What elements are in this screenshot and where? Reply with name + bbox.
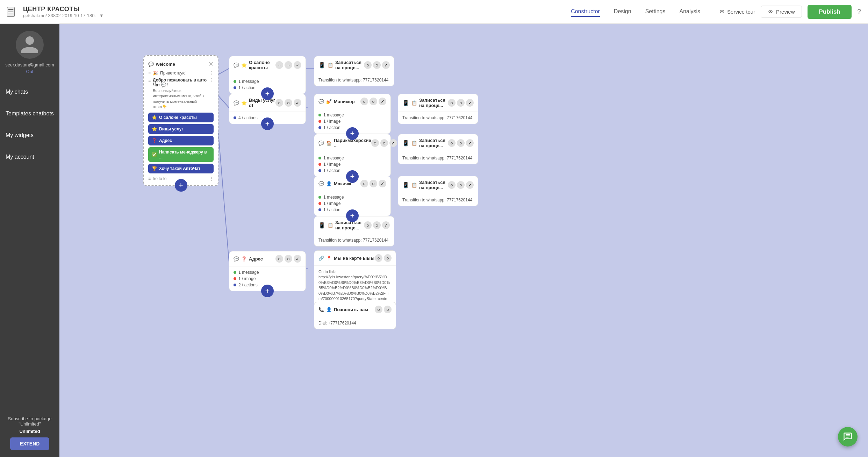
nav-design[interactable]: Design (614, 7, 631, 17)
vu-ctrl-1[interactable]: ○ (275, 99, 283, 107)
wa-man-c3[interactable]: ✓ (466, 99, 474, 107)
dot-g3 (318, 196, 321, 199)
btn-vidy-uslug[interactable]: ⭐ Виды услуг (148, 124, 214, 134)
wa-man-c1[interactable]: ○ (448, 99, 455, 107)
karte-ctrl-2[interactable]: ○ (384, 254, 392, 262)
preview-button[interactable]: 👁 Preview (761, 6, 802, 18)
wa-ctrl-3[interactable]: ✓ (382, 61, 390, 69)
wa-stand-c2[interactable]: ○ (373, 221, 381, 229)
doc-icon-mak: 📋 (411, 183, 417, 188)
dot-r-adr (234, 277, 236, 280)
par-ctrl-1[interactable]: ○ (371, 139, 379, 147)
sidebar: seer.dastan@gmail.com Out My chats Templ… (0, 24, 59, 457)
adr-ctrl-3[interactable]: ✓ (294, 255, 301, 263)
fab-chat-button[interactable] (838, 427, 858, 447)
brand-sub: getchat.me/ 33802-2019-10-17-180: ▼ (23, 13, 104, 18)
poz-ctrl-1[interactable]: ○ (375, 306, 382, 313)
btn-napisat[interactable]: ✅ Написать менеджеру в ... (148, 147, 214, 162)
chat-icon-man: 💬 (318, 99, 324, 104)
nav-constructor[interactable]: Constructor (571, 7, 600, 17)
help-icon[interactable]: ? (857, 8, 861, 16)
vu-ctrl-2[interactable]: ○ (285, 99, 292, 107)
poz-content: Dial: +77717620144 (314, 317, 396, 329)
house-icon: 🏠 (326, 141, 332, 146)
nail-icon: 💅 (326, 99, 332, 104)
extend-button[interactable]: EXTEND (10, 437, 50, 450)
adr-ctrl-2[interactable]: ○ (285, 255, 292, 263)
brand-name: ЦЕНТР КРАСОТЫ (23, 6, 104, 13)
dots-menu-icon-2[interactable]: ⋮ (209, 78, 214, 83)
service-tour-button[interactable]: ✉ Service tour (720, 9, 755, 15)
wa-mak-controls: ○ ○ ✓ (448, 181, 474, 189)
dot-g1 (318, 114, 321, 116)
nav-settings[interactable]: Settings (645, 7, 666, 17)
karte-controls: ○ ○ (375, 254, 392, 262)
welcome-add-button[interactable]: + (175, 179, 187, 192)
chat-icon-vu: 💬 (234, 100, 239, 106)
wa-ctrl-2[interactable]: ○ (373, 61, 381, 69)
wa-mak-c3[interactable]: ✓ (466, 181, 474, 189)
wa-icon-stand: 📱 (318, 222, 325, 229)
node-ctrl-3[interactable]: ✓ (294, 61, 301, 69)
publish-button[interactable]: Publish (808, 5, 851, 19)
wa-icon-mak: 📱 (402, 182, 409, 188)
man-ctrl-2[interactable]: ○ (370, 98, 377, 105)
wa-stand-c1[interactable]: ○ (364, 221, 372, 229)
brand-arrow-icon[interactable]: ▼ (99, 13, 104, 18)
node-ctrl-1[interactable]: ○ (275, 61, 283, 69)
wa-ctrl-1[interactable]: ○ (364, 61, 372, 69)
mak-ctrl-2[interactable]: ○ (370, 180, 377, 187)
welcome-block-header: 💬 welcome ✕ (148, 60, 214, 68)
sidebar-item-my-chats[interactable]: My chats (0, 81, 59, 103)
poz-ctrl-2[interactable]: ○ (384, 306, 392, 313)
pozvonit-header: 📞 👤 Позвонить нам ○ ○ (314, 302, 396, 317)
wa-par-c1[interactable]: ○ (448, 139, 455, 147)
vu-ctrl-3[interactable]: ✓ (294, 99, 301, 107)
par-add-button[interactable]: + (346, 170, 359, 183)
par-ctrl-3[interactable]: ✓ (389, 139, 397, 147)
karte-ctrl-1[interactable]: ○ (375, 254, 382, 262)
question-icon: ❓ (152, 138, 157, 143)
sidebar-item-account[interactable]: My account (0, 146, 59, 168)
emoji-icon: 🎉 (153, 71, 158, 76)
wa-stand-c3[interactable]: ✓ (382, 221, 390, 229)
adr-controls: ○ ○ ✓ (275, 255, 301, 263)
btn-avtoчat[interactable]: 🏆 Хочу такой АвтоЧат (148, 164, 214, 173)
node-zapisatsya-par: 📱 📋 Записаться на проце... ○ ○ ✓ Transit… (398, 134, 478, 164)
sidebar-item-templates[interactable]: Templates chatbots (0, 103, 59, 124)
person-icon: 👤 (326, 181, 332, 186)
man-ctrl-1[interactable]: ○ (360, 98, 368, 105)
sidebar-out-link[interactable]: Out (26, 69, 34, 74)
wa-par-c2[interactable]: ○ (457, 139, 465, 147)
btn-adres[interactable]: ❓ Адрес (148, 136, 214, 145)
o-salone-add-button[interactable]: + (261, 87, 274, 100)
wa-mak-c2[interactable]: ○ (457, 181, 465, 189)
adres-header: 💬 ❓ Адрес ○ ○ ✓ (229, 251, 306, 266)
phone-icon: 📞 (318, 307, 324, 312)
man-add-button[interactable]: + (346, 127, 359, 140)
mak-ctrl-1[interactable]: ○ (360, 180, 368, 187)
node-manikyur: 💬 💅 Маникюр ○ ○ ✓ 1 message (314, 94, 391, 134)
dot-r3 (318, 202, 321, 205)
par-ctrl-2[interactable]: ○ (380, 139, 388, 147)
welcome-block: 💬 welcome ✕ ≡ 🎉 Приветствую! ⋮ ≡ (143, 55, 218, 186)
mak-add-button[interactable]: + (346, 209, 359, 222)
nav-analysis[interactable]: Analysis (679, 7, 700, 17)
wa-man-c2[interactable]: ○ (457, 99, 465, 107)
node-controls: ○ ○ ✓ (275, 61, 301, 69)
man-ctrl-3[interactable]: ✓ (379, 98, 386, 105)
collapse-button[interactable]: ☰ (7, 7, 15, 17)
btn-o-salone[interactable]: ⭐ О салоне красоты (148, 113, 214, 122)
wa-par-c3[interactable]: ✓ (466, 139, 474, 147)
vu-add-button[interactable]: + (261, 117, 274, 130)
adr-add-button[interactable]: + (261, 285, 274, 297)
wa-icon-man: 📱 (402, 100, 409, 106)
mak-ctrl-3[interactable]: ✓ (379, 180, 386, 187)
dots-sep-icon[interactable]: ⋮ (209, 176, 214, 181)
wa-mak-c1[interactable]: ○ (448, 181, 455, 189)
sidebar-item-widgets[interactable]: My widgets (0, 124, 59, 146)
adr-ctrl-1[interactable]: ○ (275, 255, 283, 263)
dots-menu-icon[interactable]: ⋮ (209, 71, 214, 76)
sidebar-subscribe: Subscribe to package "Unlimited" Unlimit… (0, 409, 59, 457)
node-ctrl-2[interactable]: ○ (285, 61, 292, 69)
